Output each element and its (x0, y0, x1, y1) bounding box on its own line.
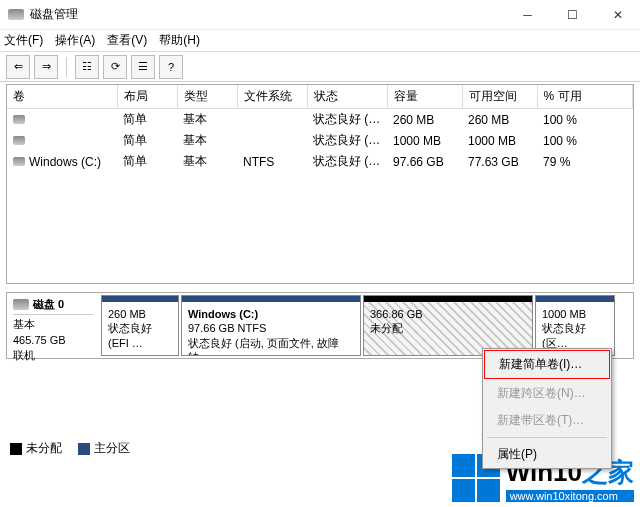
window-title: 磁盘管理 (30, 6, 505, 23)
watermark-url: www.win10xitong.com (506, 490, 634, 502)
table-row[interactable]: 简单基本状态良好 (…1000 MB1000 MB100 % (7, 130, 633, 151)
col-free[interactable]: 可用空间 (462, 85, 537, 109)
title-bar: 磁盘管理 ─ ☐ ✕ (0, 0, 640, 30)
separator (487, 437, 607, 438)
menu-new-simple-volume[interactable]: 新建简单卷(I)… (484, 350, 610, 379)
partition[interactable]: 366.86 GB未分配 (363, 295, 533, 356)
table-header-row: 卷 布局 类型 文件系统 状态 容量 可用空间 % 可用 (7, 85, 633, 109)
app-icon (8, 7, 24, 23)
partition[interactable]: Windows (C:)97.66 GB NTFS状态良好 (启动, 页面文件,… (181, 295, 361, 356)
table-row[interactable]: 简单基本状态良好 (…260 MB260 MB100 % (7, 109, 633, 131)
disk-icon (13, 299, 29, 310)
forward-button[interactable]: ⇒ (34, 55, 58, 79)
table-row[interactable]: Windows (C:)简单基本NTFS状态良好 (…97.66 GB77.63… (7, 151, 633, 172)
legend: 未分配 主分区 (10, 440, 130, 457)
disk-state: 联机 (13, 348, 93, 363)
close-button[interactable]: ✕ (595, 0, 640, 30)
disk-type: 基本 (13, 317, 93, 332)
partition[interactable]: 260 MB状态良好 (EFI … (101, 295, 179, 356)
toolbar: ⇐ ⇒ ☷ ⟳ ☰ ? (0, 52, 640, 82)
maximize-button[interactable]: ☐ (550, 0, 595, 30)
legend-unallocated: 未分配 (10, 440, 62, 457)
menu-help[interactable]: 帮助(H) (159, 32, 200, 49)
minimize-button[interactable]: ─ (505, 0, 550, 30)
disk-name: 磁盘 0 (33, 297, 64, 312)
disk-info[interactable]: 磁盘 0 基本 465.75 GB 联机 (7, 293, 99, 358)
partition[interactable]: 1000 MB状态良好 (区… (535, 295, 615, 356)
volume-list: 卷 布局 类型 文件系统 状态 容量 可用空间 % 可用 简单基本状态良好 (…… (6, 84, 634, 284)
refresh-button[interactable]: ⟳ (103, 55, 127, 79)
menu-file[interactable]: 文件(F) (4, 32, 43, 49)
col-volume[interactable]: 卷 (7, 85, 117, 109)
menu-view[interactable]: 查看(V) (107, 32, 147, 49)
menu-properties[interactable]: 属性(P) (483, 441, 611, 468)
disk-size: 465.75 GB (13, 333, 93, 348)
col-status[interactable]: 状态 (307, 85, 387, 109)
help-button[interactable]: ? (159, 55, 183, 79)
back-button[interactable]: ⇐ (6, 55, 30, 79)
col-type[interactable]: 类型 (177, 85, 237, 109)
menu-action[interactable]: 操作(A) (55, 32, 95, 49)
menu-new-striped-volume: 新建带区卷(T)… (483, 407, 611, 434)
separator (66, 57, 67, 77)
col-fs[interactable]: 文件系统 (237, 85, 307, 109)
legend-primary: 主分区 (78, 440, 130, 457)
menu-bar: 文件(F) 操作(A) 查看(V) 帮助(H) (0, 30, 640, 52)
context-menu: 新建简单卷(I)… 新建跨区卷(N)… 新建带区卷(T)… 属性(P) (482, 348, 612, 469)
menu-new-spanned-volume: 新建跨区卷(N)… (483, 380, 611, 407)
col-pct[interactable]: % 可用 (537, 85, 633, 109)
col-layout[interactable]: 布局 (117, 85, 177, 109)
col-capacity[interactable]: 容量 (387, 85, 462, 109)
toolbar-button[interactable]: ☷ (75, 55, 99, 79)
toolbar-button[interactable]: ☰ (131, 55, 155, 79)
